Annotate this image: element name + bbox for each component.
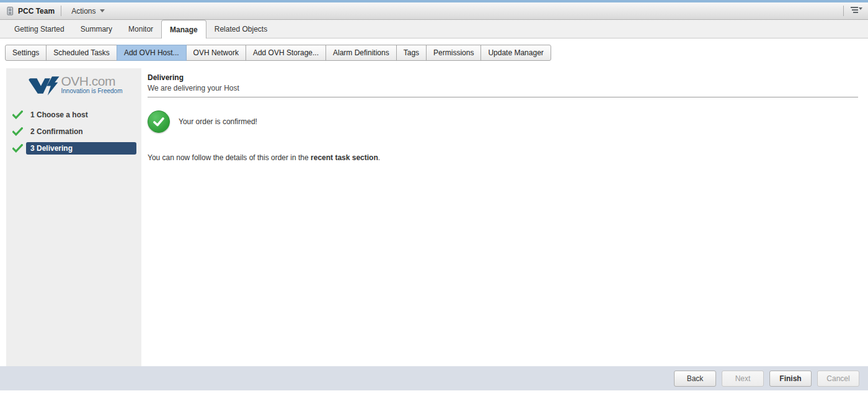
tab-getting-started[interactable]: Getting Started	[6, 20, 73, 38]
wizard-footer-bar: Back Next Finish Cancel	[0, 366, 868, 390]
tab-monitor[interactable]: Monitor	[120, 20, 161, 38]
step-label: 3 Delivering	[26, 142, 136, 155]
content-divider	[148, 97, 858, 97]
subtab-group: Settings Scheduled Tasks Add OVH Host...…	[5, 45, 551, 61]
wizard-step-delivering[interactable]: 3 Delivering	[6, 142, 141, 155]
ovh-logo-mark-icon	[28, 74, 60, 99]
page-subtitle: We are delivering your Host	[148, 84, 858, 92]
add-ovh-host-wizard: OVH.com Innovation is Freedom 1 Choose a…	[6, 68, 868, 366]
subtab-ovh-network[interactable]: OVH Network	[186, 45, 246, 61]
tab-manage[interactable]: Manage	[161, 20, 206, 38]
subtab-permissions[interactable]: Permissions	[426, 45, 481, 61]
filter-list-icon[interactable]	[850, 6, 863, 16]
object-title: PCC Team	[18, 7, 55, 16]
subtab-add-ovh-host[interactable]: Add OVH Host...	[117, 45, 187, 61]
next-button: Next	[722, 371, 764, 387]
follow-text-prefix: You can now follow the details of this o…	[148, 153, 311, 162]
actions-label: Actions	[71, 7, 95, 16]
chevron-down-icon	[100, 9, 105, 12]
wizard-content-pane: Delivering We are delivering your Host Y…	[141, 68, 868, 366]
back-button[interactable]: Back	[674, 371, 716, 387]
follow-text-suffix: .	[378, 153, 380, 162]
subtab-update-manager[interactable]: Update Manager	[480, 45, 551, 61]
page-title: Delivering	[148, 73, 858, 82]
follow-instructions: You can now follow the details of this o…	[148, 153, 858, 162]
step-complete-check-icon	[12, 144, 23, 153]
wizard-steps-list: 1 Choose a host 2 Confirmation 3 Deliver…	[6, 108, 141, 155]
object-header-toolbar: PCC Team Actions	[0, 2, 868, 20]
success-check-icon	[148, 110, 170, 133]
tab-related-objects[interactable]: Related Objects	[206, 20, 275, 38]
subtab-tags[interactable]: Tags	[396, 45, 427, 61]
manage-subtabbar: Settings Scheduled Tasks Add OVH Host...…	[0, 38, 868, 68]
order-confirmation-row: Your order is confirmed!	[148, 110, 858, 133]
step-complete-check-icon	[12, 127, 23, 136]
wizard-step-confirmation[interactable]: 2 Confirmation	[6, 125, 141, 138]
tab-summary[interactable]: Summary	[73, 20, 120, 38]
ovh-logo-text: OVH.com Innovation is Freedom	[61, 74, 123, 94]
ovh-brand-text: OVH.com	[61, 74, 123, 88]
cluster-host-icon	[5, 6, 15, 16]
subtab-alarm-definitions[interactable]: Alarm Definitions	[326, 45, 397, 61]
step-label: 1 Choose a host	[26, 109, 136, 121]
subtab-add-ovh-storage[interactable]: Add OVH Storage...	[246, 45, 326, 61]
vsphere-web-client-window: PCC Team Actions Getting Started Summary…	[0, 0, 868, 396]
header-right-divider	[843, 6, 844, 16]
actions-menu-button[interactable]: Actions	[68, 5, 108, 17]
subtab-settings[interactable]: Settings	[5, 45, 46, 61]
subtab-scheduled-tasks[interactable]: Scheduled Tasks	[46, 45, 117, 61]
follow-text-bold: recent task section	[311, 153, 378, 162]
wizard-sidebar: OVH.com Innovation is Freedom 1 Choose a…	[6, 68, 141, 366]
wizard-step-choose-a-host[interactable]: 1 Choose a host	[6, 108, 141, 122]
ovh-tagline: Innovation is Freedom	[61, 88, 123, 94]
step-label: 2 Confirmation	[26, 125, 136, 138]
confirmation-message: Your order is confirmed!	[179, 117, 257, 126]
main-tabbar: Getting Started Summary Monitor Manage R…	[0, 20, 868, 38]
cancel-button: Cancel	[817, 371, 859, 387]
header-divider	[61, 6, 61, 16]
step-complete-check-icon	[12, 110, 23, 119]
finish-button[interactable]: Finish	[769, 371, 812, 387]
ovh-logo: OVH.com Innovation is Freedom	[6, 68, 141, 101]
